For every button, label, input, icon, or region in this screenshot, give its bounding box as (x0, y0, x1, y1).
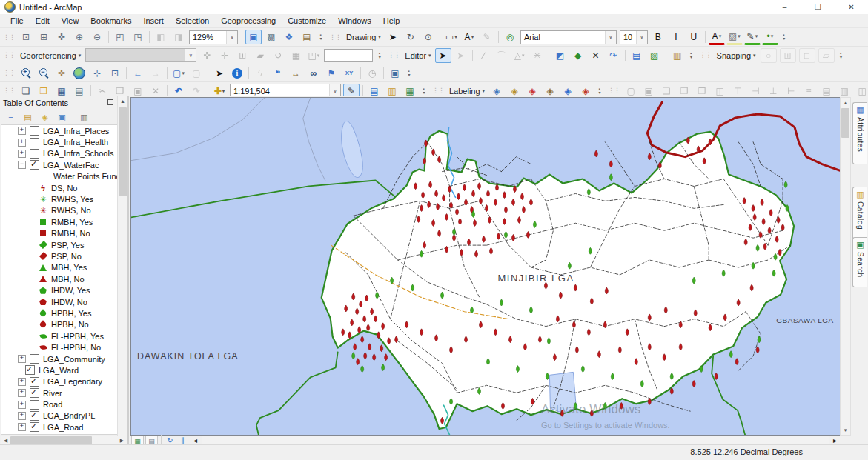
rotate-edit-tool-icon[interactable]: ↷ (606, 48, 622, 63)
legend-item[interactable]: MBH, No (1, 273, 126, 284)
georeferencing-cell-input[interactable] (324, 49, 373, 62)
georeferencing-layer-combo[interactable]: ∨ (85, 48, 196, 62)
font-size-combo[interactable]: 10∨ (620, 30, 648, 44)
legend-item[interactable]: RMBH, No (1, 228, 126, 239)
line-color-button-icon[interactable]: ✎▾ (744, 29, 761, 45)
toolbar-grip[interactable]: ⋮⋮ (0, 34, 17, 41)
legend-item[interactable]: HPBH, No (1, 319, 126, 330)
layer-item[interactable]: +Road (1, 399, 126, 410)
layer-item[interactable]: +LGA_Road (1, 421, 126, 433)
layer-checkbox[interactable] (30, 377, 39, 387)
legend-field-heading[interactable]: Water Points Funct (1, 171, 126, 182)
tab-attributes[interactable]: ▦Attributes (852, 102, 867, 164)
map-scroll-left-icon[interactable]: ◂ (190, 436, 201, 445)
list-by-selection-icon[interactable]: ▣ (54, 110, 70, 124)
list-by-drawing-order-icon[interactable]: ≡ (3, 110, 19, 124)
chevron-down-icon[interactable]: ∨ (636, 31, 647, 44)
layer-checkbox[interactable] (30, 422, 39, 432)
measure-tool-icon[interactable]: ↔ (288, 66, 304, 81)
layer-item[interactable]: +LGA_Legendary (1, 376, 126, 387)
legend-item[interactable]: RMBH, Yes (1, 216, 126, 227)
find-tool-icon[interactable]: ∞ (305, 66, 322, 81)
toolbar-grip[interactable]: ⋮⋮ (429, 87, 446, 94)
vertex-snapping-icon[interactable]: □ (799, 48, 815, 63)
cut-polygons-tool-icon[interactable]: ✕ (588, 48, 604, 63)
expander-icon[interactable]: + (18, 423, 26, 431)
fixed-zoom-in-icon[interactable]: ⊹ (89, 66, 105, 81)
map-scroll-up-icon[interactable]: ▴ (841, 98, 850, 107)
toolbar-overflow-icon[interactable]: ▪▾ (376, 49, 383, 62)
next-extent-layout-icon[interactable]: ◨ (170, 30, 187, 44)
go-back-extent-icon[interactable]: ← (130, 66, 146, 81)
zoom-in-tool-icon[interactable]: + (18, 66, 34, 81)
pan-layout-icon[interactable]: ✜ (53, 30, 70, 44)
hyperlink-tool-icon[interactable]: ϟ (252, 66, 268, 81)
snapping-menu[interactable]: Snapping▾ (714, 50, 759, 61)
layer-checkbox[interactable] (30, 160, 39, 170)
toolbar-grip[interactable]: ⋮⋮ (697, 52, 714, 59)
zoom-whole-page-icon[interactable]: ⊡ (18, 30, 34, 44)
toggle-draft-mode-icon[interactable]: ▣ (245, 30, 262, 44)
pause-drawing-button[interactable]: ∥ (177, 436, 188, 445)
close-button[interactable]: ✕ (835, 0, 868, 14)
toc-scroll-thumb[interactable] (119, 107, 127, 196)
font-color-button-icon[interactable]: A▾ (709, 29, 725, 45)
layer-item[interactable]: +LGA_Infra_Schools (1, 148, 126, 159)
chevron-down-icon[interactable]: ∨ (329, 84, 340, 97)
layer-item[interactable]: −LGA_WaterFac (1, 159, 126, 170)
scroll-up-icon[interactable]: ▲ (118, 96, 127, 106)
legend-item[interactable]: PSP, Yes (1, 239, 126, 250)
layer-checkbox[interactable] (30, 126, 39, 136)
identify-tool-icon[interactable]: i (229, 66, 245, 81)
legend-item[interactable]: ✳RWHS, Yes (1, 193, 126, 204)
time-slider-window-icon[interactable]: ◷ (364, 66, 380, 81)
layer-checkbox[interactable] (30, 138, 39, 147)
map-scroll-down-icon[interactable]: ▾ (841, 425, 850, 435)
menu-customize[interactable]: Customize (282, 15, 332, 27)
menu-geoprocessing[interactable]: Geoprocessing (215, 15, 282, 27)
expander-icon[interactable]: − (18, 161, 26, 169)
toolbar-grip[interactable]: ⋮⋮ (605, 87, 622, 94)
create-features-window-icon[interactable]: ▥ (669, 48, 686, 63)
zoom-to-selected-elements-icon[interactable]: ⊙ (420, 30, 437, 44)
sketch-properties-icon[interactable]: ▧ (646, 48, 663, 63)
map-vertical-scrollbar[interactable]: ▴ ▾ (840, 97, 851, 436)
open-link-file-icon[interactable]: ◳▾ (305, 48, 322, 63)
fill-color-button-icon[interactable]: ▨▾ (726, 29, 743, 45)
tab-catalog[interactable]: ▥Catalog (852, 187, 867, 240)
add-control-points-icon[interactable]: ✜ (199, 48, 215, 63)
font-family-combo[interactable]: Arial∨ (520, 30, 617, 44)
legend-item[interactable]: IHDW, Yes (1, 284, 126, 296)
tab-search[interactable]: ▣Search (852, 237, 867, 287)
expander-icon[interactable]: + (18, 355, 26, 363)
sketch-arc-tool-icon[interactable]: ⌒ (494, 48, 510, 63)
list-by-source-icon[interactable]: ▤ (20, 110, 36, 124)
legend-item[interactable]: FL-HPBH, Yes (1, 330, 126, 341)
full-extent-button-icon[interactable] (71, 66, 87, 81)
edit-vertices-tool-icon[interactable]: ✎ (479, 30, 495, 44)
chevron-down-icon[interactable]: ∨ (226, 31, 237, 44)
underline-button-icon[interactable]: U (686, 30, 702, 44)
point-snapping-icon[interactable]: ○ (761, 48, 777, 63)
new-text-tool-icon[interactable]: A▾ (461, 30, 477, 44)
toolbar-overflow-icon[interactable]: ▪▾ (317, 30, 325, 44)
change-layout-icon[interactable]: ❖ (281, 30, 297, 44)
layer-item[interactable]: +River (1, 387, 126, 399)
previous-extent-layout-icon[interactable]: ◧ (153, 30, 169, 44)
expander-icon[interactable]: + (18, 139, 26, 147)
rotate-raster-icon[interactable]: ↺ (270, 48, 286, 63)
layer-item[interactable]: +LGA_Infra_Places (1, 125, 126, 136)
chevron-down-icon[interactable]: ∨ (605, 31, 616, 44)
toolbar-overflow-icon[interactable]: ▪▾ (781, 30, 788, 44)
zoom-percent-combo[interactable]: 129%∨ (189, 30, 238, 44)
end-snapping-icon[interactable]: ⊞ (780, 48, 796, 63)
editor-menu[interactable]: Editor▾ (402, 50, 434, 61)
labeling-menu[interactable]: Labeling▾ (446, 86, 488, 96)
legend-item[interactable]: PSP, No (1, 250, 126, 261)
expander-icon[interactable]: + (18, 389, 26, 397)
layer-item[interactable]: +LGA_BndryPL (1, 410, 126, 421)
refresh-view-button[interactable]: ↻ (165, 436, 176, 445)
menu-selection[interactable]: Selection (170, 15, 215, 27)
edit-annotation-tool-icon[interactable]: ➤ (453, 48, 469, 63)
chevron-down-icon[interactable]: ∨ (185, 49, 196, 61)
